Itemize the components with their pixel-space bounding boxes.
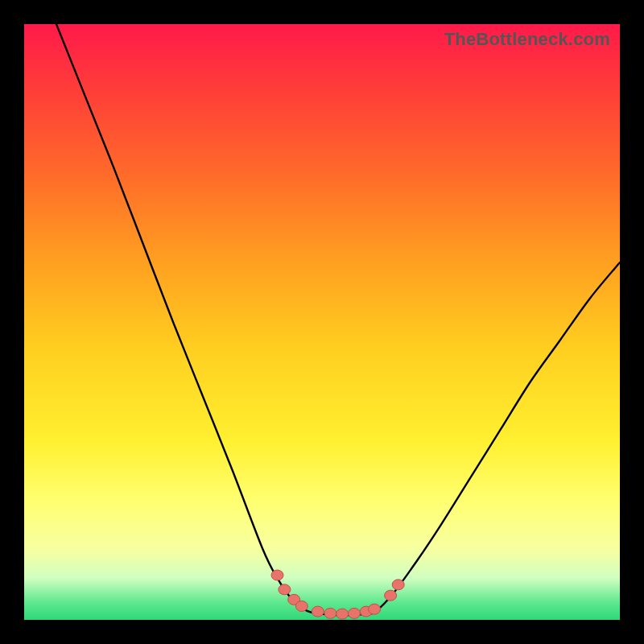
- data-marker: [295, 601, 308, 612]
- data-marker: [392, 580, 404, 590]
- chart-frame: TheBottleneck.com: [0, 0, 644, 644]
- data-marker: [336, 609, 349, 619]
- data-marker: [312, 606, 324, 617]
- data-marker: [349, 608, 361, 618]
- data-marker: [279, 584, 291, 595]
- bottleneck-curve: [56, 24, 620, 615]
- data-marker: [324, 608, 336, 618]
- data-marker: [271, 570, 283, 580]
- data-marker: [369, 604, 381, 614]
- curve-layer: [24, 24, 620, 620]
- plot-area: TheBottleneck.com: [24, 24, 620, 620]
- data-marker: [385, 590, 397, 601]
- marker-group: [271, 570, 404, 619]
